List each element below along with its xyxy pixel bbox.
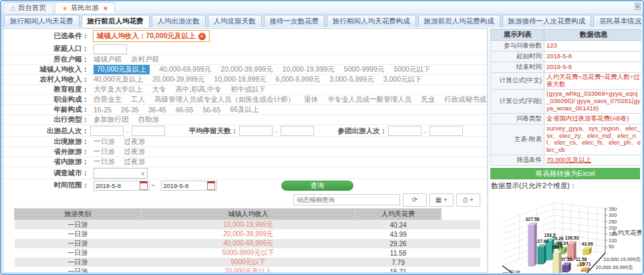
filter-row-7: 出行类型：参加旅行团自助游 bbox=[3, 115, 487, 125]
range-input[interactable] bbox=[239, 126, 273, 136]
filter-option[interactable]: 退休 bbox=[304, 95, 318, 104]
svg-text:137.66: 137.66 bbox=[535, 239, 549, 244]
filter-option[interactable]: 6,000-9,999元 bbox=[276, 75, 321, 84]
info-row: 结束时间2019-5-8 bbox=[491, 62, 642, 73]
filter-option[interactable]: 自助游 bbox=[138, 115, 160, 124]
function-tab-5[interactable]: 旅行期间人均天花费构成 bbox=[327, 15, 416, 27]
filter-option[interactable]: 大学及大学以上 bbox=[94, 85, 143, 94]
column-header[interactable]: 人均天花费 bbox=[355, 209, 442, 220]
query-button[interactable]: 查询 bbox=[281, 181, 353, 191]
filter-option[interactable]: 5000元以下 bbox=[394, 65, 431, 74]
filter-option[interactable]: 40,000-69,999元 bbox=[159, 65, 211, 74]
export-button[interactable]: ⎙▼ bbox=[456, 193, 480, 207]
filter-option[interactable]: 自营业主 bbox=[94, 95, 122, 104]
filter-row-0: 家庭人口： bbox=[3, 43, 487, 55]
travel-type-cell: 一日游 bbox=[15, 258, 142, 267]
filter-option[interactable]: 3,000-5,999元 bbox=[329, 75, 374, 84]
filter-option[interactable]: 行政或秘书或文员 bbox=[444, 95, 488, 104]
function-tab-2[interactable]: 人均出游次数 bbox=[152, 15, 206, 27]
export-excel-button[interactable]: 将表格转换为Excel bbox=[490, 168, 640, 179]
filter-option[interactable]: 10,000-19,999元 bbox=[283, 65, 335, 74]
filter-option[interactable]: 工人 bbox=[131, 95, 145, 104]
svg-text:189.4: 189.4 bbox=[551, 246, 562, 250]
table-row[interactable]: 一日游70,000元及以上15.71 bbox=[15, 267, 480, 273]
filter-row-3: 农村人均收入：40,000元及以上20,000-39,999元10,000-19… bbox=[3, 75, 487, 85]
filter-option[interactable]: 一日游 bbox=[94, 147, 115, 157]
range-input[interactable] bbox=[132, 126, 165, 136]
tab-list-icon[interactable] bbox=[635, 3, 641, 10]
filter-option[interactable]: 半专业人员或一般管理人员 bbox=[327, 95, 412, 104]
function-tab-7[interactable]: 旅游接待一人次花费构成 bbox=[502, 15, 592, 27]
filter-option[interactable]: 初中或以下 bbox=[230, 85, 266, 94]
survey-city-select[interactable]: ∨ bbox=[94, 168, 148, 179]
date-to-input[interactable]: 2019-5-8 bbox=[161, 181, 217, 191]
tab-resident-travel[interactable]: ★ 居民出游 × bbox=[55, 2, 115, 13]
svg-text:50: 50 bbox=[609, 244, 614, 250]
filter-option[interactable]: 20,000-39,999元 bbox=[220, 65, 273, 74]
filter-option[interactable]: 56-65 bbox=[202, 106, 220, 114]
table-row[interactable]: 一日游5000-9999元以下11.58 bbox=[15, 248, 480, 258]
function-tab-1[interactable]: 旅行前后人均花费 bbox=[82, 15, 150, 27]
function-tab-3[interactable]: 人均逗留天数 bbox=[208, 15, 262, 27]
family-size-input[interactable] bbox=[94, 44, 127, 54]
filter-option[interactable]: 40,000元及以上 bbox=[94, 75, 143, 84]
filter-label: 年龄构成： bbox=[3, 105, 89, 114]
table-row[interactable]: 一日游40,000-69,999元29.26 bbox=[15, 239, 480, 248]
calendar-icon[interactable] bbox=[140, 181, 148, 190]
filter-option-selected[interactable]: 70,000元及以上 bbox=[94, 65, 150, 74]
column-header[interactable]: 旅游类别 bbox=[15, 209, 142, 220]
filter-option[interactable]: 10,000-19,999元 bbox=[214, 75, 266, 84]
refresh-button[interactable]: ⟳ bbox=[403, 193, 427, 207]
filter-option[interactable]: 高级管理人员或专业人员（如医生或会计师） bbox=[154, 95, 295, 104]
filter-option[interactable]: 一日游 bbox=[94, 137, 115, 147]
function-tab-6[interactable]: 旅游前后人均花费构成 bbox=[418, 15, 500, 27]
filter-option[interactable]: 过夜游 bbox=[124, 157, 146, 167]
function-tab-0[interactable]: 旅行期间人均天花费 bbox=[4, 15, 79, 27]
filter-option[interactable]: 高中,职高,中专 bbox=[176, 85, 222, 94]
filter-option[interactable]: 城镇户籍 bbox=[94, 55, 122, 64]
columns-button[interactable]: ▦▼ bbox=[430, 193, 454, 207]
column-header[interactable]: 城镇人均收入 bbox=[142, 209, 355, 220]
function-tab-8[interactable]: 居民基本情况 bbox=[593, 15, 644, 27]
filter-option[interactable]: 3,000元以下 bbox=[383, 75, 422, 84]
range-dash: - bbox=[424, 127, 427, 135]
travel-type-cell: 一日游 bbox=[15, 239, 142, 248]
range-input[interactable] bbox=[90, 126, 124, 136]
filter-option[interactable]: 无业 bbox=[421, 95, 435, 104]
filter-option[interactable]: 26-35 bbox=[121, 106, 139, 114]
filter-option[interactable]: 农村户籍 bbox=[131, 55, 159, 64]
remove-condition-icon[interactable]: × bbox=[198, 33, 206, 40]
selected-condition-chip[interactable]: 城镇人均收入：70,000元及以上 × bbox=[93, 30, 210, 42]
filter-option[interactable]: 66及以上 bbox=[230, 105, 259, 114]
table-row[interactable]: 一日游10,000-19,999元40.24 bbox=[15, 220, 480, 230]
tab-backend-home[interactable]: ⌂ 后台首页 bbox=[3, 2, 53, 13]
filter-option[interactable]: 过夜游 bbox=[124, 137, 146, 147]
filter-option[interactable]: 16-25 bbox=[94, 106, 112, 114]
filter-option[interactable]: 36-45 bbox=[148, 106, 166, 114]
filter-option[interactable]: 参加旅行团 bbox=[94, 115, 129, 124]
range-input[interactable] bbox=[430, 126, 463, 136]
table-row[interactable]: 一日游5000元以下7.79 bbox=[15, 258, 480, 267]
table-row[interactable]: 一日游20,000-39,999元43.99 bbox=[15, 230, 480, 239]
fuzzy-search-input[interactable] bbox=[293, 194, 400, 205]
filter-label: 出行类型： bbox=[3, 115, 89, 124]
filter-option[interactable]: 5000-9999元 bbox=[344, 65, 385, 74]
date-from-input-value: 2018-5-8 bbox=[96, 182, 138, 189]
filter-option[interactable]: 46-55 bbox=[176, 106, 194, 114]
info-row: 起始时间2018-5-8 bbox=[491, 52, 642, 62]
range-input[interactable] bbox=[281, 126, 314, 136]
filter-option[interactable]: 20,000-39,999元 bbox=[152, 75, 204, 84]
info-value: 全省国内过夜游客花费(AB卷) bbox=[544, 113, 642, 124]
info-row: 筛选条件70,000元及以上 bbox=[491, 155, 642, 166]
close-tab-icon[interactable]: × bbox=[104, 4, 108, 12]
result-table: 旅游类别城镇人均收入人均天花费一日游10,000-19,999元40.24一日游… bbox=[14, 208, 480, 273]
function-tab-4[interactable]: 接待一次数花费 bbox=[264, 15, 325, 27]
range-input[interactable] bbox=[388, 126, 422, 136]
filter-option[interactable]: 大专 bbox=[152, 85, 166, 94]
blank-cell bbox=[442, 267, 480, 273]
filter-option[interactable]: 过夜游 bbox=[124, 147, 146, 157]
date-from-input[interactable]: 2018-5-8 bbox=[94, 181, 150, 191]
selected-condition-label: 已选条件： bbox=[3, 31, 89, 41]
filter-option[interactable]: 一日游 bbox=[94, 157, 115, 167]
calendar-icon[interactable] bbox=[207, 181, 215, 190]
